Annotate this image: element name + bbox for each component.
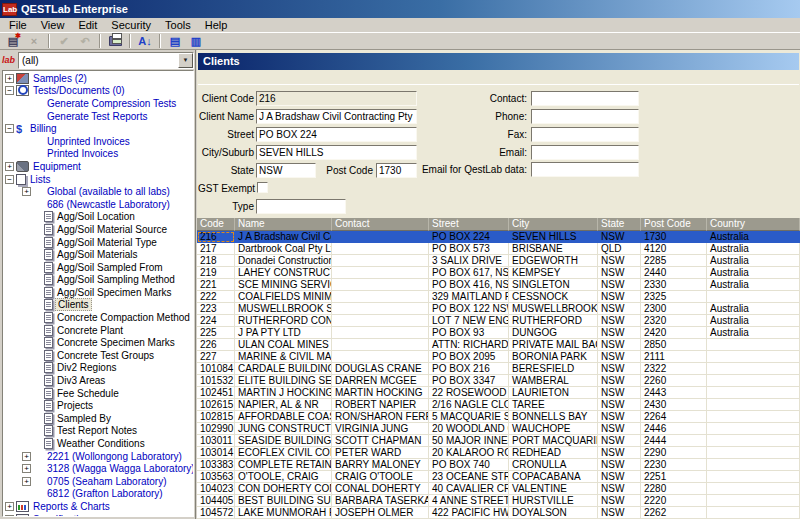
tree-item-div2-regions[interactable]: Div2 Regions (3, 362, 193, 375)
table-row[interactable]: 102451MARTIN J HOCKING BUILMARTIN HOCKIN… (197, 387, 800, 399)
tree-item-concrete-compaction-method[interactable]: Concrete Compaction Method (3, 311, 193, 324)
tree-item-weather-conditions[interactable]: Weather Conditions (3, 437, 193, 450)
expand-icon[interactable]: + (22, 477, 31, 486)
tree-item-concrete-specimen-marks[interactable]: Concrete Specimen Marks (3, 336, 193, 349)
table-row[interactable]: 103014ECOFLEX CIVIL CONSTRUPETER WARD20 … (197, 447, 800, 459)
tree-item-3128-wagga-wagga-laboratory[interactable]: +3128 (Wagga Wagga Laboratory) (3, 462, 193, 475)
new-record-icon[interactable]: ▤✱ (3, 33, 23, 49)
table-row[interactable]: 102615NAPIER, AL & NRROBERT NAPIER2/16 N… (197, 399, 800, 411)
tree-item-printed-invoices[interactable]: Printed Invoices (3, 148, 193, 161)
column-header-street[interactable]: Street (429, 218, 509, 231)
tree-item-clients[interactable]: Clients (3, 299, 193, 312)
tree-item-div3-areas[interactable]: Div3 Areas (3, 374, 193, 387)
tree-item-agg-soil-material-source[interactable]: Agg/Soil Material Source (3, 223, 193, 236)
column-header-state[interactable]: State (598, 218, 641, 231)
tree-item-generate-test-reports[interactable]: Generate Test Reports (3, 110, 193, 123)
menu-view[interactable]: View (34, 19, 72, 31)
gst-exempt-checkbox[interactable] (257, 182, 268, 193)
tree-item-agg-soil-material-type[interactable]: Agg/Soil Material Type (3, 236, 193, 249)
menu-tools[interactable]: Tools (158, 19, 198, 31)
table-row[interactable]: 226ULAN COAL MINES LTDATTN: RICHARD VAN … (197, 339, 800, 351)
tree-item-concrete-test-groups[interactable]: Concrete Test Groups (3, 349, 193, 362)
tree-item-unprinted-invoices[interactable]: Unprinted Invoices (3, 135, 193, 148)
sort-az-icon[interactable]: A↓ (135, 33, 155, 49)
lab-filter-combobox[interactable]: (all) ▼ (18, 52, 194, 69)
email-field[interactable] (531, 145, 639, 160)
collapse-icon[interactable]: − (5, 175, 14, 184)
expand-icon[interactable]: + (5, 162, 14, 171)
menu-edit[interactable]: Edit (71, 19, 104, 31)
column-header-city[interactable]: City (509, 218, 598, 231)
menu-help[interactable]: Help (198, 19, 235, 31)
tree-item-samples-2[interactable]: +Samples (2) (3, 72, 193, 85)
column-header-name[interactable]: Name (235, 218, 332, 231)
view-list-icon[interactable]: ▤ (165, 33, 185, 49)
expand-icon[interactable]: + (22, 187, 31, 196)
tree-item-reports-charts[interactable]: +Reports & Charts (3, 500, 193, 513)
email-qestlab-field[interactable] (531, 162, 639, 177)
table-row[interactable]: 102990JUNG CONSTRUCTIONS TVIRGINIA JUNG2… (197, 423, 800, 435)
column-header-contact[interactable]: Contact (332, 218, 429, 231)
table-row[interactable]: 219LAHEY CONSTRUCTIONSPO BOX 617, NSW RE… (197, 267, 800, 279)
chevron-down-icon[interactable]: ▼ (178, 53, 193, 68)
tree-item-tests-documents-0[interactable]: −Tests/Documents (0) (3, 85, 193, 98)
expand-icon[interactable]: + (5, 502, 14, 511)
table-row[interactable]: 216J A Bradshaw Civil Contracting Pty Lt… (197, 231, 800, 243)
tree-item-sampled-by[interactable]: Sampled By (3, 412, 193, 425)
print-icon[interactable] (105, 33, 125, 49)
tree-item-test-report-notes[interactable]: Test Report Notes (3, 425, 193, 438)
tree-item-billing[interactable]: −Billing (3, 122, 193, 135)
table-row[interactable]: 103383COMPLETE RETAINING SBARRY MALONEYP… (197, 459, 800, 471)
table-row[interactable]: 222COALFIELDS MINIMIX329 MAITLAND ROADCE… (197, 291, 800, 303)
tree-item-generate-compression-tests[interactable]: Generate Compression Tests (3, 97, 193, 110)
tree-item-0705-seaham-laboratory[interactable]: +0705 (Seaham Laboratory) (3, 475, 193, 488)
table-row[interactable]: 102815AFFORDABLE COASTAL FRON/SHARON FER… (197, 411, 800, 423)
table-row[interactable]: 224RUTHERFORD CONCRETELOT 7 NEW ENGLAND … (197, 315, 800, 327)
tree-item-agg-soil-sampling-method[interactable]: Agg/Soil Sampling Method (3, 274, 193, 287)
tree-item-agg-soil-sampled-from[interactable]: Agg/Soil Sampled From (3, 261, 193, 274)
tree-item-agg-soil-location[interactable]: Agg/Soil Location (3, 211, 193, 224)
table-row[interactable]: 103563O'TOOLE, CRAIGCRAIG O'TOOLE23 OCEA… (197, 471, 800, 483)
phone-field[interactable] (531, 109, 639, 124)
tree-item-lists[interactable]: −Lists (3, 173, 193, 186)
tree-item-agg-soil-materials[interactable]: Agg/Soil Materials (3, 248, 193, 261)
tree-item-projects[interactable]: Projects (3, 399, 193, 412)
fax-field[interactable] (531, 127, 639, 142)
table-row[interactable]: 217Dartbrook Coal Pty LtdPO BOX 573BRISB… (197, 243, 800, 255)
collapse-icon[interactable]: − (5, 86, 14, 95)
table-row[interactable]: 104572LAKE MUNMORAH FLOWEJOSEPH OLMER422… (197, 507, 800, 519)
type-field[interactable] (256, 199, 346, 214)
tree-item-fee-schedule[interactable]: Fee Schedule (3, 387, 193, 400)
table-row[interactable]: 225J PA PTY LTDPO BOX 93DUNGOGNSW2420Aus… (197, 327, 800, 339)
tree-item-2221-wollongong-laboratory[interactable]: +2221 (Wollongong Laboratory) (3, 450, 193, 463)
table-row[interactable]: 218Donadei Constructions Pty3 SALIX DRIV… (197, 255, 800, 267)
column-header-post-code[interactable]: Post Code (641, 218, 707, 231)
tree-item-6812-grafton-laboratory[interactable]: 6812 (Grafton Laboratory) (3, 488, 193, 501)
table-row[interactable]: 221SCE MINING SERVICESPO BOX 416, NSW RE… (197, 279, 800, 291)
table-row[interactable]: 227MARINE & CIVIL MAINTENPO BOX 2095BORO… (197, 351, 800, 363)
table-row[interactable]: 104023CON DOHERTY CONSTRUCONAL DOHERTY40… (197, 483, 800, 495)
expand-icon[interactable]: + (22, 464, 31, 473)
table-row[interactable]: 101084CARDALE BUILDING SERVDOUGLAS CRANE… (197, 363, 800, 375)
column-header-code[interactable]: Code (197, 218, 235, 231)
state-field[interactable] (256, 163, 316, 178)
tree-item-global-available-to-all-labs[interactable]: +Global (available to all labs) (3, 185, 193, 198)
table-row[interactable]: 223MUSWELLBROOK SHIREPO BOX 122 NSW REG … (197, 303, 800, 315)
tree-item-concrete-plant[interactable]: Concrete Plant (3, 324, 193, 337)
tree-item-equipment[interactable]: +Equipment (3, 160, 193, 173)
expand-icon[interactable]: + (22, 452, 31, 461)
table-row[interactable]: 101532ELITE BUILDING SERVICDARREN MCGEEP… (197, 375, 800, 387)
tree-item-specifications[interactable]: +Specifications (3, 513, 193, 517)
tree-item-686-newcastle-laboratory[interactable]: 686 (Newcastle Laboratory) (3, 198, 193, 211)
tree-item-agg-soil-specimen-marks[interactable]: Agg/Soil Specimen Marks (3, 286, 193, 299)
menu-security[interactable]: Security (104, 19, 158, 31)
collapse-icon[interactable]: − (5, 124, 14, 133)
menu-file[interactable]: File (2, 19, 34, 31)
contact-field[interactable] (531, 91, 639, 106)
expand-icon[interactable]: + (5, 515, 14, 517)
view-tree-icon[interactable]: ▥ (186, 33, 206, 49)
column-header-country[interactable]: Country (707, 218, 800, 231)
table-row[interactable]: 103011SEASIDE BUILDINGSCOTT CHAPMAN50 MA… (197, 435, 800, 447)
table-row[interactable]: 104405BEST BUILDING SUPPLIEBARBARA TASER… (197, 495, 800, 507)
expand-icon[interactable]: + (5, 74, 14, 83)
